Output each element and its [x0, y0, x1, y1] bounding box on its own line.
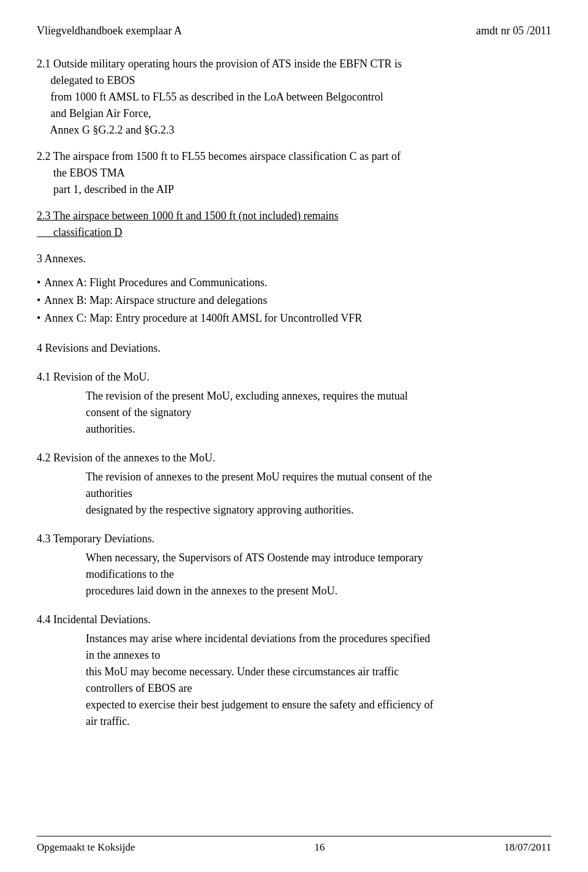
section-4-2-body: The revision of annexes to the present M… — [86, 469, 551, 518]
section-4-2-heading: 4.2 Revision of the annexes to the MoU. — [37, 450, 551, 466]
footer-right: 18/07/2011 — [504, 841, 551, 854]
section-4-2: 4.2 Revision of the annexes to the MoU. … — [37, 450, 551, 518]
annex-a-item: • Annex A: Flight Procedures and Communi… — [37, 275, 551, 291]
footer-center: 16 — [314, 841, 325, 854]
section-4-3-body: When necessary, the Supervisors of ATS O… — [86, 550, 551, 599]
section-2-2: 2.2 The airspace from 1500 ft to FL55 be… — [37, 148, 551, 198]
section-4-4-heading: 4.4 Incidental Deviations. — [37, 612, 551, 628]
annex-b-text: Annex B: Map: Airspace structure and del… — [44, 292, 267, 309]
section-4-3-text: When necessary, the Supervisors of ATS O… — [86, 550, 551, 599]
section-4-1-heading: 4.1 Revision of the MoU. — [37, 369, 551, 385]
section-4: 4 Revisions and Deviations. — [37, 340, 551, 357]
section-4-3: 4.3 Temporary Deviations. When necessary… — [37, 531, 551, 599]
section-2-3: 2.3 The airspace between 1000 ft and 150… — [37, 208, 551, 241]
footer-left: Opgemaakt te Koksijde — [37, 841, 135, 854]
page-header: Vliegveldhandboek exemplaar A amdt nr 05… — [37, 25, 551, 37]
section-4-4-body: Instances may arise where incidental dev… — [86, 631, 551, 730]
annex-a-text: Annex A: Flight Procedures and Communica… — [44, 275, 267, 291]
section-2-2-text: 2.2 The airspace from 1500 ft to FL55 be… — [37, 148, 551, 198]
section-4-4: 4.4 Incidental Deviations. Instances may… — [37, 612, 551, 730]
header-right: amdt nr 05 /2011 — [476, 25, 551, 37]
annex-c-item: • Annex C: Map: Entry procedure at 1400f… — [37, 310, 551, 327]
section-3: 3 Annexes. • Annex A: Flight Procedures … — [37, 251, 551, 327]
section-4-heading: 4 Revisions and Deviations. — [37, 340, 551, 357]
bullet-icon-2: • — [37, 292, 40, 309]
section-4-1: 4.1 Revision of the MoU. The revision of… — [37, 369, 551, 438]
section-4-3-heading: 4.3 Temporary Deviations. — [37, 531, 551, 547]
annex-c-text: Annex C: Map: Entry procedure at 1400ft … — [44, 310, 362, 327]
page-footer: Opgemaakt te Koksijde 16 18/07/2011 — [37, 836, 551, 854]
bullet-icon-3: • — [37, 310, 40, 327]
bullet-icon: • — [37, 275, 40, 291]
section-4-2-text: The revision of annexes to the present M… — [86, 469, 551, 518]
section-4-4-text: Instances may arise where incidental dev… — [86, 631, 551, 730]
section-4-1-text: The revision of the present MoU, excludi… — [86, 388, 551, 438]
page: Vliegveldhandboek exemplaar A amdt nr 05… — [0, 0, 588, 872]
section-4-1-body: The revision of the present MoU, excludi… — [86, 388, 551, 438]
main-content: 2.1 Outside military operating hours the… — [37, 56, 551, 730]
section-2-1: 2.1 Outside military operating hours the… — [37, 56, 551, 138]
section-2-3-text: 2.3 The airspace between 1000 ft and 150… — [37, 208, 551, 241]
annex-b-item: • Annex B: Map: Airspace structure and d… — [37, 292, 551, 309]
header-left: Vliegveldhandboek exemplaar A — [37, 25, 182, 37]
section-2-1-text: 2.1 Outside military operating hours the… — [37, 56, 551, 138]
section-3-heading: 3 Annexes. — [37, 251, 551, 267]
